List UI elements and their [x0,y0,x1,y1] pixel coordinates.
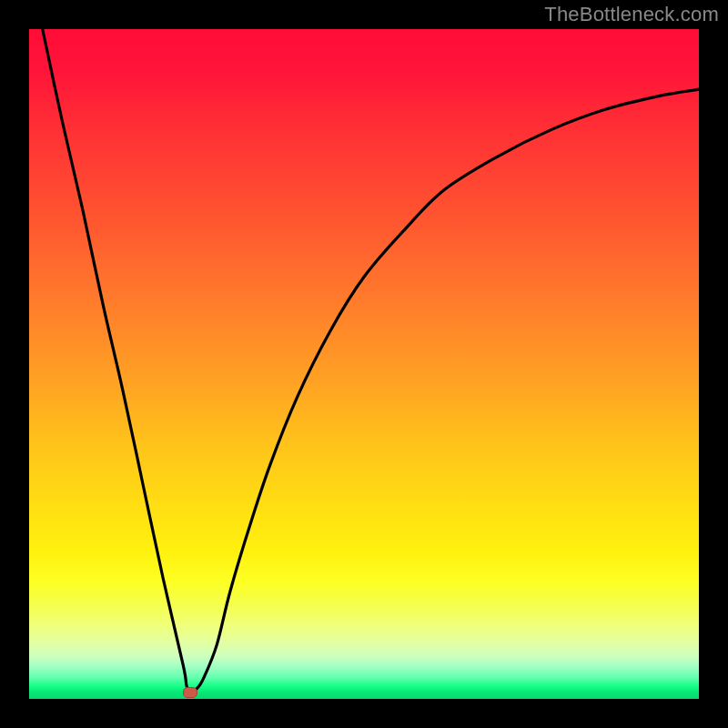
plot-frame [0,0,728,728]
optimum-marker [183,687,197,698]
watermark-text: TheBottleneck.com [544,3,719,26]
chart-root: TheBottleneck.com [0,0,728,728]
plot-area [29,29,699,699]
curve-svg [29,29,699,699]
bottleneck-curve-path [43,29,699,693]
